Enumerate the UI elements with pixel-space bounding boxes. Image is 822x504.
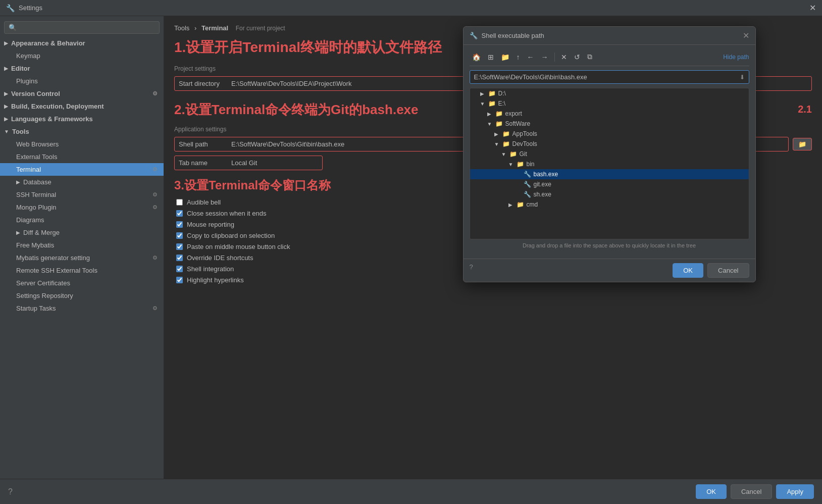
sidebar-item-languages[interactable]: ▶ Languages & Frameworks bbox=[0, 113, 164, 125]
dialog-overlay: 🔧 Shell executable path ✕ 🏠 ⊞ 📁 ↑ ← → bbox=[164, 16, 822, 479]
refresh-toolbar-button[interactable]: ↺ bbox=[572, 52, 583, 63]
sidebar-item-server-certs[interactable]: Server Certificates bbox=[0, 277, 164, 289]
folder-icon: 📁 bbox=[517, 201, 524, 208]
arrow-icon: ▶ bbox=[4, 116, 8, 122]
home-toolbar-button[interactable]: 🏠 bbox=[470, 52, 483, 63]
tree-arrow-icon: ▶ bbox=[487, 111, 493, 117]
tree-arrow-icon: ▼ bbox=[508, 162, 515, 167]
dialog-button-row: ? OK Cancel bbox=[464, 259, 755, 282]
sidebar-item-mybatis-generator[interactable]: Mybatis generator setting ⚙ bbox=[0, 251, 164, 264]
folder-icon: 📁 bbox=[488, 100, 496, 107]
arrow-icon: ▶ bbox=[4, 104, 8, 109]
sidebar-item-database[interactable]: ▶ Database bbox=[0, 176, 164, 188]
up-toolbar-button[interactable]: ↑ bbox=[514, 52, 523, 63]
folder-icon: 📁 bbox=[488, 90, 496, 97]
arrow-icon: ▶ bbox=[16, 179, 20, 185]
sidebar-item-diagrams[interactable]: Diagrams bbox=[0, 214, 164, 226]
sidebar-item-editor[interactable]: ▶ Editor bbox=[0, 62, 164, 75]
sidebar-item-mongo-plugin[interactable]: Mongo Plugin ⚙ bbox=[0, 201, 164, 214]
dialog-path-value: E:\SoftWare\DevTools\Git\bin\bash.exe bbox=[474, 73, 736, 81]
sync-icon: ⚙ bbox=[152, 191, 158, 198]
sync-icon: ⚙ bbox=[152, 90, 158, 97]
tree-arrow-icon: ▶ bbox=[508, 202, 515, 208]
main-bottom-bar: ? OK Cancel Apply bbox=[0, 479, 822, 504]
tree-item-bin[interactable]: ▼ 📁 bin bbox=[470, 159, 749, 169]
main-action-buttons: OK Cancel Apply bbox=[696, 484, 814, 499]
arrow-icon: ▶ bbox=[4, 91, 8, 96]
dialog-help-button[interactable]: ? bbox=[470, 263, 473, 278]
file-icon: 🔧 bbox=[524, 171, 531, 178]
sidebar-item-external-tools[interactable]: External Tools bbox=[0, 150, 164, 163]
tree-item-bash-exe[interactable]: 🔧 bash.exe bbox=[470, 169, 749, 179]
sidebar-item-ssh-terminal[interactable]: SSH Terminal ⚙ bbox=[0, 188, 164, 201]
window-close-button[interactable]: ✕ bbox=[809, 3, 816, 13]
sidebar-item-free-mybatis[interactable]: Free Mybatis bbox=[0, 239, 164, 251]
sidebar-item-terminal[interactable]: Terminal ⚙ bbox=[0, 163, 164, 176]
dialog-content: 🏠 ⊞ 📁 ↑ ← → ✕ ↺ ⧉ Hide path bbox=[464, 45, 755, 259]
search-input[interactable] bbox=[4, 21, 160, 34]
sidebar-item-keymap[interactable]: Keymap bbox=[0, 49, 164, 62]
sidebar-item-settings-repo[interactable]: Settings Repository bbox=[0, 289, 164, 302]
dialog-ok-button[interactable]: OK bbox=[673, 263, 703, 278]
sidebar: ▶ Appearance & Behavior Keymap ▶ Editor … bbox=[0, 16, 164, 479]
dialog-path-row: E:\SoftWare\DevTools\Git\bin\bash.exe ⬇ bbox=[470, 70, 749, 84]
tree-item-cmd[interactable]: ▶ 📁 cmd bbox=[470, 199, 749, 210]
nav-toolbar-button[interactable]: ← bbox=[525, 52, 537, 63]
dialog-cancel-button[interactable]: Cancel bbox=[707, 263, 749, 278]
window-title: Settings bbox=[19, 4, 809, 12]
inner-cancel-button[interactable]: Cancel bbox=[731, 484, 772, 499]
sidebar-item-web-browsers[interactable]: Web Browsers bbox=[0, 138, 164, 150]
sidebar-item-startup-tasks[interactable]: Startup Tasks ⚙ bbox=[0, 302, 164, 315]
folder-icon: 📁 bbox=[502, 130, 510, 137]
arrow-icon: ▶ bbox=[16, 230, 20, 235]
inner-ok-button[interactable]: OK bbox=[696, 484, 727, 499]
tree-item-dx[interactable]: ▶ 📁 D:\ bbox=[470, 88, 749, 98]
tree-arrow-icon: ▶ bbox=[480, 91, 486, 96]
folder-icon: 📁 bbox=[502, 140, 510, 147]
dialog-toolbar: 🏠 ⊞ 📁 ↑ ← → ✕ ↺ ⧉ Hide path bbox=[470, 51, 749, 66]
grid-toolbar-button[interactable]: ⊞ bbox=[485, 52, 496, 63]
tree-arrow-icon: ▼ bbox=[480, 101, 486, 107]
folder-icon: 📁 bbox=[517, 161, 524, 168]
title-bar: 🔧 Settings ✕ bbox=[0, 0, 822, 16]
tree-item-apptools[interactable]: ▶ 📁 AppTools bbox=[470, 129, 749, 139]
right-panel: Tools › Terminal For current project 1.设… bbox=[164, 16, 822, 479]
tree-item-git-exe[interactable]: 🔧 git.exe bbox=[470, 179, 749, 189]
shell-executable-dialog: 🔧 Shell executable path ✕ 🏠 ⊞ 📁 ↑ ← → bbox=[463, 26, 756, 282]
sync-icon: ⚙ bbox=[152, 305, 158, 312]
arrow-icon: ▶ bbox=[4, 40, 8, 46]
sync-icon: ⚙ bbox=[152, 204, 158, 211]
tree-arrow-icon: ▶ bbox=[494, 131, 500, 137]
sidebar-item-tools[interactable]: ▼ Tools bbox=[0, 125, 164, 138]
sidebar-item-diff-merge[interactable]: ▶ Diff & Merge bbox=[0, 226, 164, 239]
tree-item-git[interactable]: ▼ 📁 Git bbox=[470, 149, 749, 159]
sync-icon: ⚙ bbox=[152, 166, 158, 173]
tree-item-software[interactable]: ▼ 📁 SoftWare bbox=[470, 119, 749, 129]
sidebar-item-plugins[interactable]: Plugins bbox=[0, 75, 164, 87]
dialog-title: Shell executable path bbox=[482, 32, 743, 39]
help-button[interactable]: ? bbox=[8, 487, 13, 496]
sidebar-item-build[interactable]: ▶ Build, Execution, Deployment bbox=[0, 100, 164, 113]
arrow-icon: ▼ bbox=[4, 129, 9, 134]
tree-arrow-icon: ▼ bbox=[501, 152, 507, 157]
sidebar-item-version-control[interactable]: ▶ Version Control ⚙ bbox=[0, 87, 164, 100]
tree-item-export[interactable]: ▶ 📁 export bbox=[470, 109, 749, 119]
copy-toolbar-button[interactable]: ⧉ bbox=[585, 51, 595, 63]
apply-button[interactable]: Apply bbox=[776, 484, 814, 499]
hide-path-button[interactable]: Hide path bbox=[723, 54, 749, 61]
folder-icon: 📁 bbox=[495, 120, 503, 127]
nav2-toolbar-button[interactable]: → bbox=[539, 52, 551, 63]
content-area: ▶ Appearance & Behavior Keymap ▶ Editor … bbox=[0, 16, 822, 479]
folder-toolbar-button[interactable]: 📁 bbox=[498, 52, 512, 63]
file-tree[interactable]: ▶ 📁 D:\ ▼ 📁 E:\ bbox=[470, 88, 749, 239]
sidebar-item-remote-ssh[interactable]: Remote SSH External Tools bbox=[0, 264, 164, 277]
tree-arrow-icon: ▼ bbox=[487, 121, 493, 127]
tree-item-sh-exe[interactable]: 🔧 sh.exe bbox=[470, 189, 749, 199]
dialog-close-button[interactable]: ✕ bbox=[743, 31, 749, 40]
tree-item-devtools[interactable]: ▼ 📁 DevTools bbox=[470, 139, 749, 149]
sidebar-item-appearance[interactable]: ▶ Appearance & Behavior bbox=[0, 37, 164, 49]
close-toolbar-button[interactable]: ✕ bbox=[558, 52, 570, 63]
tree-item-ex[interactable]: ▼ 📁 E:\ bbox=[470, 98, 749, 109]
tree-arrow-icon: ▼ bbox=[494, 141, 500, 147]
app-icon: 🔧 bbox=[6, 4, 15, 12]
